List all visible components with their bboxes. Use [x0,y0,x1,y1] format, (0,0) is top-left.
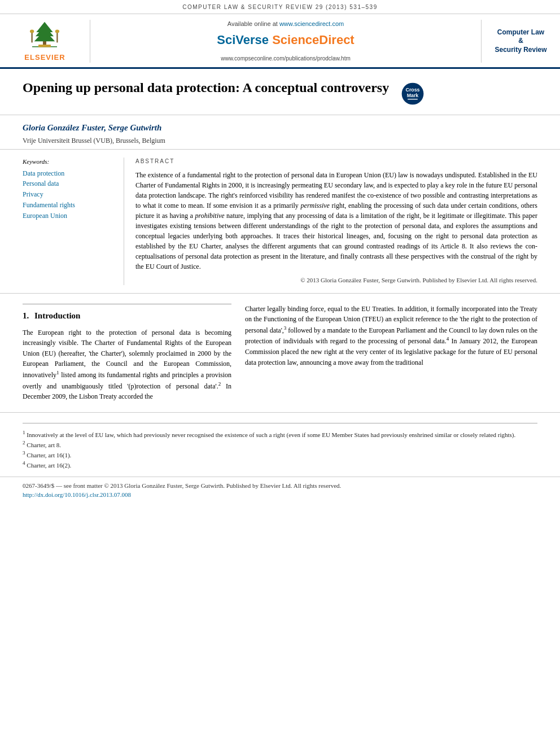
title-with-crossmark: Opening up personal data protection: A c… [23,79,537,109]
body-right-column: Charter legally binding force, equal to … [245,304,537,402]
intro-left-text: The European right to the protection of … [23,327,231,402]
journal-name-line3: Security Review [495,46,546,54]
doi-link[interactable]: http://dx.doi.org/10.1016/j.clsr.2013.07… [23,491,537,499]
authors-section: Gloria González Fuster, Serge Gutwirth V… [0,115,560,150]
journal-citation: COMPUTER LAW & SECURITY REVIEW 29 (2013)… [182,4,377,10]
abstract-body: The existence of a fundamental right to … [135,170,537,272]
keywords-column: Keywords: Data protection Personal data … [23,158,124,285]
journal-url: www.compseconline.com/publications/prodc… [221,55,351,63]
sciverse-direct: ScienceDirect [272,33,355,47]
intro-right-text: Charter legally binding force, equal to … [245,304,537,368]
footnote-4: 4 Charter, art 16(2). [23,460,537,470]
elsevier-tree-icon [28,20,62,51]
keyword-5[interactable]: European Union [23,211,115,221]
sciverse-url[interactable]: www.sciencedirect.com [279,20,344,27]
svg-text:Cross: Cross [406,87,420,93]
body-left-column: 1. Introduction The European right to th… [23,304,231,402]
abstract-section: Keywords: Data protection Personal data … [0,150,560,293]
footnote-3: 3 Charter, art 16(1). [23,449,537,460]
article-header: Opening up personal data protection: A c… [0,69,560,115]
left-divider [23,304,231,304]
affiliation: Vrije Universiteit Brussel (VUB), Brusse… [23,136,537,146]
elsevier-logo-area: ELSEVIER [0,20,90,63]
abstract-heading: ABSTRACT [135,158,537,165]
svg-point-6 [30,30,34,33]
keyword-2[interactable]: Personal data [23,179,115,189]
keyword-1[interactable]: Data protection [23,169,115,178]
section-title: Introduction [34,311,80,320]
available-online-text: Available online at www.sciencedirect.co… [228,20,344,28]
copyright-notice: © 2013 Gloria González Fuster, Serge Gut… [135,276,537,285]
elsevier-text: ELSEVIER [24,53,65,63]
svg-rect-7 [57,32,58,42]
footnote-1: 1 Innovatively at the level of EU law, w… [23,429,537,439]
journal-name-line2: & [518,37,523,45]
svg-point-8 [55,30,59,33]
keywords-label: Keywords: [23,158,115,166]
keyword-3[interactable]: Privacy [23,190,115,199]
crossmark-icon: Cross Mark [400,81,425,106]
elsevier-logo: ELSEVIER [24,20,65,63]
body-section: 1. Introduction The European right to th… [0,294,560,412]
sciverse-title: SciVerse ScienceDirect [217,32,354,49]
journal-name-area: Computer Law & Security Review [481,20,560,63]
svg-text:Mark: Mark [407,93,419,98]
journal-name-line1: Computer Law [497,28,544,36]
authors: Gloria González Fuster, Serge Gutwirth [23,122,537,134]
footnote-2: 2 Charter, art 8. [23,439,537,449]
abstract-column: ABSTRACT The existence of a fundamental … [135,158,537,285]
footnotes-section: 1 Innovatively at the level of EU law, w… [0,412,560,477]
article-title: Opening up personal data protection: A c… [23,79,389,97]
header-section: ELSEVIER Available online at www.science… [0,14,560,69]
journal-name: Computer Law & Security Review [495,28,546,55]
keyword-4[interactable]: Fundamental rights [23,200,115,210]
crossmark-logo[interactable]: Cross Mark [400,81,425,109]
section-number: 1. [23,311,29,320]
sciverse-center: Available online at www.sciencedirect.co… [90,20,481,63]
journal-citation-bar: COMPUTER LAW & SECURITY REVIEW 29 (2013)… [0,0,560,14]
issn-text: 0267-3649/$ — see front matter © 2013 Gl… [23,482,537,490]
svg-rect-5 [32,32,33,42]
svg-rect-9 [38,45,51,47]
footnote-divider [23,423,537,423]
sciverse-sci: SciVerse [217,33,272,47]
section-heading: 1. Introduction [23,310,231,322]
bottom-bar: 0267-3649/$ — see front matter © 2013 Gl… [0,477,560,504]
